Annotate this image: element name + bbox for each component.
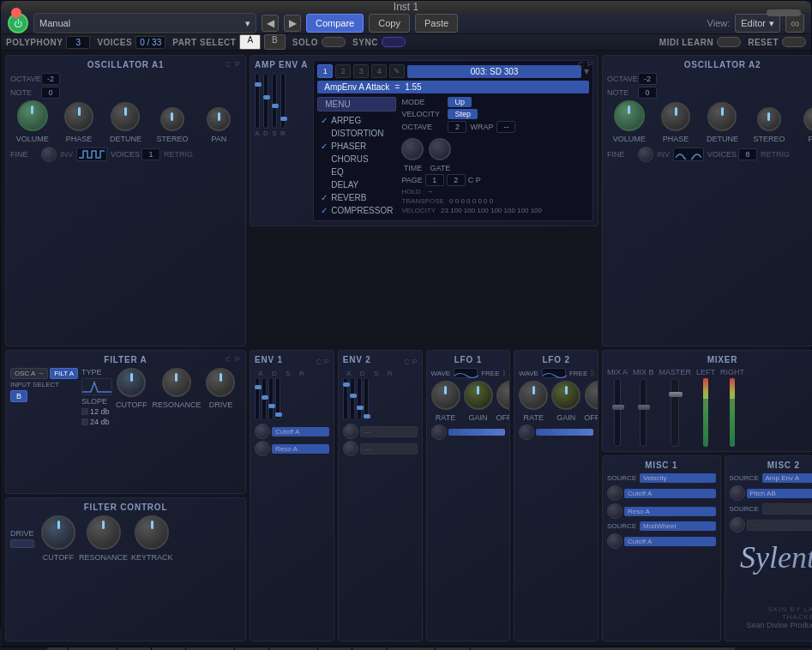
lfo1-offset-knob[interactable]: [496, 381, 510, 410]
lfo1-mod-knob[interactable]: [431, 424, 447, 440]
prev-preset-button[interactable]: ◀: [262, 15, 279, 32]
slope-24db-radio[interactable]: [81, 418, 88, 425]
lfo2-free-toggle[interactable]: [591, 370, 593, 376]
mixer-master-track[interactable]: [671, 378, 679, 447]
mixer-mix-b-track[interactable]: [640, 378, 647, 447]
copy-button[interactable]: Copy: [369, 14, 410, 33]
sync-toggle[interactable]: [382, 37, 406, 47]
menu-item-chorus[interactable]: ✓ CHORUS: [317, 153, 396, 166]
polyphony-value[interactable]: 3: [66, 36, 90, 49]
amp-env-r-track[interactable]: [280, 73, 286, 129]
slope-12db-radio[interactable]: [81, 408, 88, 415]
lfo2-mod-knob[interactable]: [519, 424, 534, 440]
env1-r-track[interactable]: [275, 377, 280, 420]
filter-a-cutoff-knob[interactable]: [117, 368, 146, 397]
lfo2-gain-knob[interactable]: [551, 381, 580, 410]
voices-value[interactable]: 0 / 33: [135, 36, 165, 49]
misc1-source1-value[interactable]: Velocity: [640, 473, 716, 483]
osc-a2-pan-knob[interactable]: [803, 107, 812, 131]
env2-d-track[interactable]: [350, 377, 355, 420]
pattern-tab-2[interactable]: 2: [335, 64, 351, 78]
osc-a2-voices-value[interactable]: 8: [738, 148, 757, 160]
lfo1-free-toggle[interactable]: [503, 370, 506, 376]
osc-a2-phase-knob[interactable]: [661, 102, 690, 131]
octave-value[interactable]: 2: [448, 121, 466, 133]
filter-a-resonance-knob[interactable]: [162, 368, 191, 397]
pattern-tab-edit[interactable]: ✎: [389, 64, 405, 78]
view-selector[interactable]: Editor ▾: [735, 14, 780, 33]
osc-a1-note-value[interactable]: 0: [41, 87, 60, 99]
osc-a1-stereo-knob[interactable]: [160, 107, 184, 131]
osc-a2-wave-display[interactable]: [673, 147, 704, 161]
misc2-knob2[interactable]: [730, 517, 745, 533]
solo-toggle[interactable]: [322, 37, 346, 47]
pattern-tab-4[interactable]: 4: [371, 64, 387, 78]
misc2-source1-value[interactable]: Amp Env A: [762, 473, 813, 483]
amp-env-r-thumb[interactable]: [280, 117, 287, 121]
osc-a2-octave-value[interactable]: -2: [638, 73, 657, 85]
menu-item-arpeg[interactable]: ✓ ARPEG: [317, 114, 396, 127]
osc-a1-fine-knob[interactable]: [41, 147, 57, 162]
env1-mod2-knob[interactable]: [255, 441, 270, 456]
time-knob[interactable]: [401, 138, 424, 160]
pattern-menu-button[interactable]: MENU: [317, 97, 396, 111]
part-b-button[interactable]: B: [264, 34, 286, 50]
page-1[interactable]: 1: [425, 174, 444, 186]
env1-s-track[interactable]: [268, 377, 274, 420]
mixer-mix-b-thumb[interactable]: [638, 405, 650, 410]
filter-control-keytrack-knob[interactable]: [135, 515, 169, 550]
filter-control-resonance-knob[interactable]: [87, 515, 121, 550]
osc-a1-octave-value[interactable]: -2: [41, 73, 60, 85]
part-a-button[interactable]: A: [239, 34, 261, 50]
amp-env-s-thumb[interactable]: [272, 104, 279, 108]
osc-a2-volume-knob[interactable]: [614, 100, 645, 131]
menu-item-compressor[interactable]: ✓ COMPRESSOR: [317, 204, 396, 217]
env1-a-track[interactable]: [255, 377, 260, 420]
velocity-value[interactable]: Step: [448, 109, 478, 119]
mode-value[interactable]: Up: [448, 97, 472, 107]
misc1-knob1[interactable]: [607, 485, 623, 501]
paste-button[interactable]: Paste: [415, 14, 458, 33]
filter-control-cutoff-knob[interactable]: [41, 515, 75, 550]
misc1-dest3-value[interactable]: Cutoff A: [624, 537, 716, 546]
filter-type-selector[interactable]: [81, 378, 112, 395]
osc-a1-volume-knob[interactable]: [17, 100, 48, 131]
misc2-knob1[interactable]: [730, 485, 745, 501]
env1-mod2-label[interactable]: Reso A: [272, 444, 329, 454]
lfo1-gain-knob[interactable]: [464, 381, 493, 410]
pattern-tab-1[interactable]: 1: [317, 64, 333, 78]
env1-mod1-label[interactable]: Cutoff A: [272, 427, 329, 436]
lfo1-wave-display[interactable]: [454, 368, 478, 378]
midi-learn-toggle[interactable]: [717, 37, 741, 47]
expand-button[interactable]: [767, 9, 801, 16]
env2-r-track[interactable]: [364, 377, 369, 420]
osc-a1-phase-knob[interactable]: [64, 102, 93, 131]
next-preset-button[interactable]: ▶: [284, 15, 301, 32]
env1-mod1-knob[interactable]: [255, 424, 270, 439]
slope-24db[interactable]: 24 db: [81, 418, 112, 426]
lfo1-rate-knob[interactable]: [431, 381, 460, 410]
osc-a1-detune-knob[interactable]: [111, 102, 140, 131]
osc-a2-detune-knob[interactable]: [707, 102, 737, 131]
menu-item-distortion[interactable]: ✓ DISTORTION: [317, 127, 396, 140]
amp-env-d-track[interactable]: [263, 73, 268, 129]
preset-selector[interactable]: Manual ▾: [33, 13, 256, 33]
slope-12db[interactable]: 12 db: [81, 407, 112, 416]
filter-input-value[interactable]: B: [10, 390, 27, 402]
misc1-knob3[interactable]: [607, 533, 623, 549]
misc1-dest1-value[interactable]: Cutoff A: [624, 489, 716, 498]
mixer-mix-a-track[interactable]: [614, 378, 621, 447]
pattern-tab-3[interactable]: 3: [353, 64, 369, 78]
osc-a2-fine-knob[interactable]: [638, 147, 653, 162]
env2-s-track[interactable]: [357, 377, 362, 420]
misc1-knob2[interactable]: [607, 503, 623, 519]
amp-env-s-track[interactable]: [272, 73, 277, 129]
gate-knob[interactable]: [429, 138, 451, 160]
lfo2-wave-display[interactable]: [542, 368, 566, 378]
reset-toggle[interactable]: [782, 37, 806, 47]
compare-button[interactable]: Compare: [306, 14, 364, 33]
lfo2-rate-knob[interactable]: [519, 381, 548, 410]
mixer-mix-a-thumb[interactable]: [612, 405, 624, 410]
osc-a1-voices-value[interactable]: 1: [141, 148, 160, 160]
mixer-master-thumb[interactable]: [669, 392, 683, 397]
